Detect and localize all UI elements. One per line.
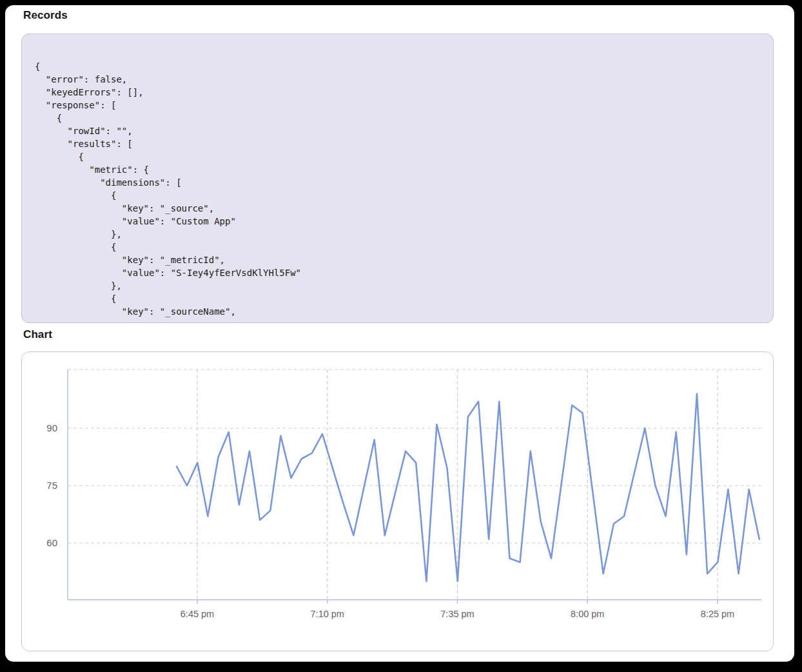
- metric-line[interactable]: [177, 394, 759, 582]
- records-json-code[interactable]: { "error": false, "keyedErrors": [], "re…: [22, 34, 773, 318]
- x-axis-tick-label: 8:25 pm: [701, 609, 734, 619]
- chart-panel: 6075906:45 pm7:10 pm7:35 pm8:00 pm8:25 p…: [21, 351, 774, 651]
- x-axis-tick-label: 6:45 pm: [181, 609, 214, 619]
- line-chart-svg[interactable]: 6075906:45 pm7:10 pm7:35 pm8:00 pm8:25 p…: [22, 352, 773, 651]
- y-axis-tick-label: 75: [46, 480, 57, 491]
- chart-section-title: Chart: [23, 328, 52, 341]
- records-section-title: Records: [23, 9, 68, 22]
- x-axis-tick-label: 7:35 pm: [440, 609, 474, 619]
- records-json-panel: { "error": false, "keyedErrors": [], "re…: [21, 34, 774, 323]
- page: Records { "error": false, "keyedErrors":…: [5, 5, 794, 662]
- y-axis-tick-label: 60: [46, 537, 57, 548]
- x-axis-tick-label: 8:00 pm: [571, 609, 604, 619]
- y-axis-tick-label: 90: [46, 422, 57, 433]
- x-axis-tick-label: 7:10 pm: [311, 609, 344, 619]
